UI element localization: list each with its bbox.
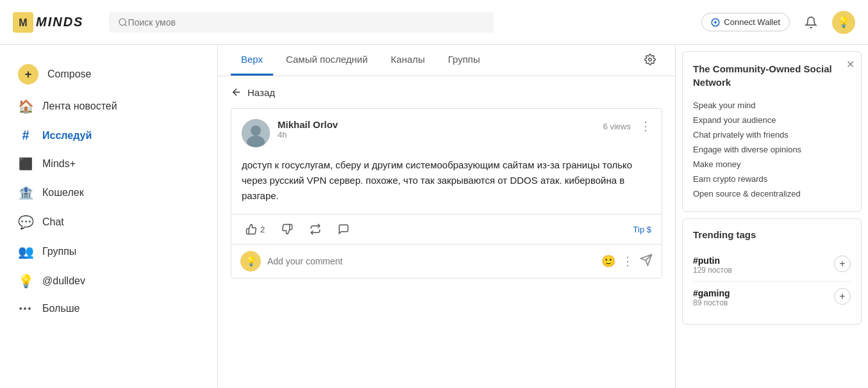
sidebar-label-groups: Группы: [42, 246, 76, 257]
dislike-button[interactable]: [278, 221, 297, 238]
tab-channels[interactable]: Каналы: [381, 45, 435, 76]
promo-feature-3: Chat privately with friends: [693, 127, 851, 142]
bell-icon: [805, 16, 817, 29]
user-avatar[interactable]: 💡: [832, 11, 855, 34]
promo-close-button[interactable]: ✕: [846, 58, 855, 70]
trending-tag-1[interactable]: #gaming: [693, 288, 730, 298]
gear-icon: [644, 54, 656, 65]
trending-count-1: 89 постов: [693, 298, 730, 307]
sidebar-item-profile[interactable]: 💡 @dulldev: [6, 267, 211, 295]
minds-plus-icon: ⬛: [18, 157, 33, 171]
promo-feature-7: Open source & decentralized: [693, 186, 851, 201]
post-header-right: 6 views ⋮: [603, 119, 651, 133]
trending-title: Trending tags: [693, 229, 851, 240]
svg-point-10: [251, 125, 261, 136]
thumbs-up-icon: [246, 223, 257, 235]
comment-avatar: 💡: [240, 251, 261, 271]
promo-title: The Community-Owned Social Network: [693, 62, 851, 89]
comment-input[interactable]: [267, 256, 595, 266]
tab-groups[interactable]: Группы: [438, 45, 490, 76]
avatar-image: [242, 119, 270, 147]
sidebar-label-wallet: Кошелек: [42, 187, 84, 198]
profile-icon: 💡: [18, 273, 33, 289]
like-count: 2: [260, 225, 265, 234]
svg-point-7: [649, 58, 652, 61]
search-input[interactable]: [128, 17, 485, 28]
post-header: Mikhail Orlov 4h 6 views ⋮: [231, 109, 662, 152]
back-navigation[interactable]: Назад: [218, 76, 675, 108]
trending-follow-0[interactable]: +: [834, 255, 851, 272]
hash-icon: #: [18, 128, 33, 143]
comment-input-area: 💡 🙂 ⋮: [231, 244, 662, 278]
connect-wallet-button[interactable]: Connect Wallet: [701, 13, 790, 31]
back-label: Назад: [247, 87, 275, 98]
sidebar-label-explore: Исследуй: [42, 130, 92, 141]
groups-icon: 👥: [18, 244, 33, 259]
sidebar-item-wallet[interactable]: 🏦 Кошелек: [6, 179, 211, 207]
trending-follow-1[interactable]: +: [834, 288, 851, 305]
header: M MINDS Connect Wallet 💡: [0, 0, 868, 45]
sidebar-item-chat[interactable]: 💬 Chat: [6, 208, 211, 236]
send-icon: [640, 254, 653, 266]
more-comment-options[interactable]: ⋮: [622, 254, 633, 268]
tip-button[interactable]: Tip $: [633, 225, 651, 234]
emoji-button[interactable]: 🙂: [601, 254, 615, 268]
post-author-avatar[interactable]: [242, 119, 270, 147]
tab-top[interactable]: Верх: [231, 45, 273, 76]
promo-feature-1: Speak your mind: [693, 98, 851, 113]
logo-text: MINDS: [36, 15, 83, 29]
svg-point-2: [119, 19, 126, 25]
minds-logo-icon: M: [13, 12, 33, 33]
promo-feature-4: Engage with diverse opinions: [693, 142, 851, 157]
promo-feature-5: Make money: [693, 157, 851, 172]
thumbs-down-icon: [281, 223, 293, 235]
trending-card: Trending tags #putin 129 постов + #gamin…: [682, 218, 862, 325]
sidebar-item-minds-plus[interactable]: ⬛ Minds+: [6, 150, 211, 177]
sidebar-item-groups[interactable]: 👥 Группы: [6, 238, 211, 266]
plus-circle-icon: [711, 18, 720, 27]
sidebar-label-chat: Chat: [42, 216, 64, 228]
search-bar: [109, 12, 682, 33]
repost-button[interactable]: [306, 221, 325, 238]
comment-icon: [338, 223, 349, 235]
repost-icon: [310, 223, 321, 235]
sidebar-item-news[interactable]: 🏠 Лента новостей: [6, 92, 211, 120]
notifications-button[interactable]: [799, 11, 822, 34]
post-body: доступ к госуслугам, сберу и другим сист…: [231, 152, 662, 214]
sidebar-item-more[interactable]: ••• Больше: [6, 296, 211, 321]
sidebar-label-profile: @dulldev: [42, 275, 85, 287]
tab-latest[interactable]: Самый последний: [276, 45, 378, 76]
sidebar-label-minds-plus: Minds+: [42, 158, 76, 170]
sidebar-item-compose[interactable]: + Compose: [6, 58, 211, 91]
header-actions: Connect Wallet 💡: [701, 11, 855, 34]
sidebar: + Compose 🏠 Лента новостей # Исследуй ⬛ …: [0, 45, 218, 388]
more-icon: •••: [18, 303, 33, 314]
post-author-name[interactable]: Mikhail Orlov: [278, 119, 603, 130]
like-button[interactable]: 2: [242, 221, 269, 238]
send-button[interactable]: [640, 254, 653, 270]
sidebar-label-compose: Compose: [47, 69, 91, 80]
trending-item-1-info: #gaming 89 постов: [693, 288, 730, 307]
promo-feature-6: Earn crypto rewards: [693, 172, 851, 186]
home-icon: 🏠: [18, 99, 33, 114]
trending-count-0: 129 постов: [693, 266, 732, 275]
promo-feature-2: Expand your audience: [693, 113, 851, 127]
compose-icon: +: [18, 64, 38, 85]
sidebar-label-news: Лента новостей: [42, 101, 117, 112]
svg-line-3: [125, 24, 127, 26]
svg-text:M: M: [19, 17, 27, 28]
trending-tag-0[interactable]: #putin: [693, 255, 732, 266]
tabs-bar: Верх Самый последний Каналы Группы: [218, 45, 675, 76]
sidebar-item-explore[interactable]: # Исследуй: [6, 122, 211, 149]
comment-button[interactable]: [334, 221, 353, 238]
post-actions: 2: [231, 214, 662, 244]
search-icon: [118, 17, 128, 28]
back-arrow-icon: [231, 86, 242, 98]
trending-item-0: #putin 129 постов +: [693, 249, 851, 282]
settings-icon[interactable]: [638, 47, 662, 74]
post-meta: Mikhail Orlov 4h: [278, 119, 603, 140]
post-more-button[interactable]: ⋮: [640, 119, 651, 133]
main-layout: + Compose 🏠 Лента новостей # Исследуй ⬛ …: [0, 45, 868, 388]
sidebar-label-more: Больше: [42, 303, 79, 314]
right-panel: ✕ The Community-Owned Social Network Spe…: [676, 45, 868, 388]
